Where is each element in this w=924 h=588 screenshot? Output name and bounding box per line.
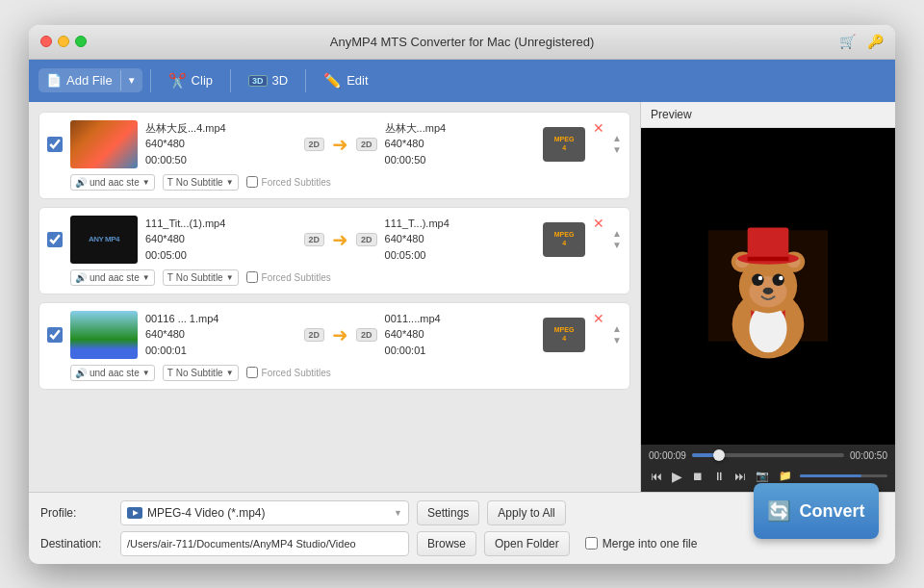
- forced-sub-checkbox-1[interactable]: [246, 176, 258, 188]
- play-button[interactable]: ▶: [670, 467, 684, 486]
- subtitle-select-3[interactable]: T No Subtitle ▼: [163, 365, 239, 381]
- edit-label: Edit: [346, 73, 368, 88]
- settings-button[interactable]: Settings: [417, 500, 479, 525]
- scroll-down-3[interactable]: ▼: [612, 336, 622, 345]
- subtitle-icon-3: T: [167, 368, 173, 378]
- file-thumbnail-3: [70, 311, 138, 359]
- 3d-label: 3D: [272, 73, 289, 88]
- scroll-arrows-1: ▲ ▼: [612, 120, 622, 168]
- subtitle-value-2: No Subtitle: [176, 272, 223, 283]
- file-output-size-3: 640*480: [385, 326, 536, 343]
- remove-btn-3[interactable]: ✕: [593, 311, 604, 326]
- scroll-up-1[interactable]: ▲: [612, 134, 622, 143]
- file-checkbox-3[interactable]: [47, 327, 63, 343]
- 3d-button[interactable]: 3D 3D: [239, 68, 297, 92]
- format-btn-label-2: MPEG4: [554, 231, 575, 247]
- time-bar: 00:00:09 00:00:50: [649, 450, 887, 461]
- forced-sub-checkbox-2[interactable]: [246, 271, 258, 283]
- toolbar: 📄 Add File ▼ ✂️ Clip 3D 3D ✏️ Edit: [29, 60, 895, 102]
- file-output-duration-1: 00:00:50: [385, 152, 536, 168]
- file-checkbox-2[interactable]: [47, 232, 63, 247]
- file-output-duration-3: 00:00:01: [385, 343, 536, 359]
- file-item-1: 丛林大反...4.mp4 640*480 00:00:50 2D ➜ 2D 丛林…: [38, 112, 630, 199]
- subtitle-chevron-2: ▼: [226, 273, 234, 282]
- progress-thumb: [713, 449, 725, 461]
- progress-track[interactable]: [692, 453, 844, 457]
- file-output-info-2: 111_T...).mp4 640*480 00:05:00: [385, 216, 536, 264]
- audio-chevron-2: ▼: [142, 273, 150, 282]
- add-file-icon: 📄: [46, 73, 62, 88]
- file-output-duration-2: 00:05:00: [385, 247, 536, 264]
- file-output-info-3: 0011....mp4 640*480 00:00:01: [385, 311, 536, 359]
- convert-button[interactable]: 🔄 Convert: [754, 483, 879, 539]
- file-input-size-1: 640*480: [145, 136, 296, 152]
- input-badge-2d-2: 2D: [304, 233, 325, 246]
- input-badge-2d-3: 2D: [304, 328, 325, 342]
- audio-value-1: und aac ste: [90, 177, 140, 188]
- file-output-size-2: 640*480: [385, 231, 536, 247]
- file-output-name-2: 111_T...).mp4: [385, 216, 536, 232]
- format-btn-2[interactable]: MPEG4: [543, 222, 585, 257]
- file-thumbnail-1: [70, 120, 138, 168]
- arrow-icon-1: ➜: [332, 133, 348, 156]
- screenshot-button[interactable]: 📷: [754, 468, 771, 484]
- subtitle-chevron-3: ▼: [226, 369, 234, 377]
- merge-checkbox[interactable]: [585, 537, 598, 550]
- file-output-name-1: 丛林大...mp4: [385, 120, 536, 137]
- remove-btn-1[interactable]: ✕: [593, 120, 604, 136]
- forced-sub-label-2: Forced Subtitles: [262, 272, 331, 283]
- format-btn-label-3: MPEG4: [554, 326, 575, 343]
- subtitle-select-2[interactable]: T No Subtitle ▼: [163, 269, 239, 286]
- profile-select[interactable]: ▶ MPEG-4 Video (*.mp4) ▼: [120, 500, 409, 525]
- file-input-name-1: 丛林大反...4.mp4: [145, 120, 296, 137]
- scroll-up-2[interactable]: ▲: [612, 229, 622, 239]
- volume-slider[interactable]: [800, 474, 887, 477]
- forced-sub-1: Forced Subtitles: [246, 176, 331, 188]
- convert-label: Convert: [799, 501, 864, 522]
- minimize-button[interactable]: [58, 36, 69, 47]
- remove-btn-2[interactable]: ✕: [593, 216, 604, 231]
- subtitle-select-1[interactable]: T No Subtitle ▼: [163, 174, 239, 191]
- folder-button[interactable]: 📁: [777, 468, 794, 484]
- titlebar: AnyMP4 MTS Converter for Mac (Unregister…: [29, 25, 895, 60]
- scroll-down-2[interactable]: ▼: [612, 241, 622, 250]
- window-title: AnyMP4 MTS Converter for Mac (Unregister…: [330, 35, 595, 49]
- fullscreen-button[interactable]: [75, 36, 87, 47]
- profile-icon: ▶: [127, 507, 142, 519]
- clip-button[interactable]: ✂️ Clip: [159, 67, 222, 94]
- scroll-down-1[interactable]: ▼: [612, 145, 622, 155]
- destination-input[interactable]: [120, 531, 409, 556]
- file-checkbox-1[interactable]: [47, 137, 63, 152]
- forced-sub-checkbox-3[interactable]: [246, 367, 258, 378]
- skip-back-button[interactable]: ⏮: [649, 468, 664, 485]
- svg-point-15: [772, 274, 783, 286]
- file-info-2: 111_Tit...(1).mp4 640*480 00:05:00: [145, 216, 296, 264]
- open-folder-button[interactable]: Open Folder: [484, 531, 570, 556]
- thumb-2-text: ANY MP4: [89, 235, 119, 243]
- toolbar-divider-2: [230, 69, 231, 92]
- scroll-arrows-2: ▲ ▼: [612, 216, 622, 264]
- preview-header: Preview: [641, 102, 895, 128]
- pause-button[interactable]: ⏸: [711, 468, 727, 485]
- apply-all-button[interactable]: Apply to All: [487, 500, 565, 525]
- 3d-icon: 3D: [248, 75, 268, 87]
- close-button[interactable]: [40, 36, 52, 47]
- browse-button[interactable]: Browse: [417, 531, 476, 556]
- stop-button[interactable]: ⏹: [690, 468, 706, 485]
- add-file-dropdown-arrow[interactable]: ▼: [120, 70, 142, 90]
- subtitle-value-3: No Subtitle: [176, 368, 223, 378]
- scroll-up-3[interactable]: ▲: [612, 324, 622, 334]
- format-btn-3[interactable]: MPEG4: [543, 318, 585, 352]
- format-btn-1[interactable]: MPEG4: [543, 127, 585, 162]
- cart-icon[interactable]: 🛒: [839, 34, 856, 49]
- audio-select-2[interactable]: 🔊 und aac ste ▼: [70, 269, 155, 286]
- audio-select-1[interactable]: 🔊 und aac ste ▼: [70, 174, 155, 191]
- file-info-3: 00116 ... 1.mp4 640*480 00:00:01: [145, 311, 296, 359]
- add-file-button[interactable]: 📄 Add File: [38, 68, 120, 92]
- file-input-name-3: 00116 ... 1.mp4: [145, 311, 296, 327]
- format-btn-label-1: MPEG4: [554, 136, 575, 152]
- audio-select-3[interactable]: 🔊 und aac ste ▼: [70, 365, 155, 381]
- edit-button[interactable]: ✏️ Edit: [314, 67, 377, 94]
- skip-forward-button[interactable]: ⏭: [732, 468, 748, 485]
- key-icon[interactable]: 🔑: [867, 34, 884, 49]
